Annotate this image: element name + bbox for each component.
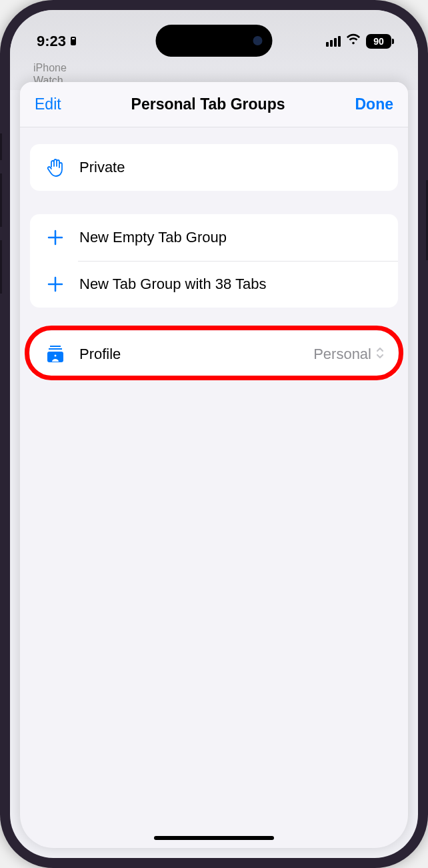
- edit-button[interactable]: Edit: [35, 95, 61, 113]
- home-indicator[interactable]: [154, 836, 274, 840]
- location-icon: [69, 36, 78, 47]
- battery-indicator: 90: [366, 34, 391, 49]
- profile-item[interactable]: Profile Personal: [30, 331, 398, 378]
- private-item[interactable]: Private: [30, 144, 398, 191]
- screen: iPhone Watch 9:23: [10, 10, 418, 858]
- new-tab-group-section: New Empty Tab Group New Tab Group with 3…: [30, 214, 398, 308]
- tab-groups-sheet: Edit Personal Tab Groups Done Private: [20, 82, 408, 848]
- sheet-header: Edit Personal Tab Groups Done: [20, 82, 408, 127]
- status-time: 9:23: [37, 33, 78, 50]
- new-empty-label: New Empty Tab Group: [79, 229, 385, 246]
- side-buttons: [0, 133, 2, 307]
- profile-label: Profile: [79, 346, 313, 363]
- private-label: Private: [79, 159, 385, 176]
- plus-icon: [43, 272, 67, 296]
- profile-section: Profile Personal: [30, 331, 398, 378]
- new-with-tabs-label: New Tab Group with 38 Tabs: [79, 276, 385, 293]
- profile-icon: [43, 342, 67, 366]
- front-camera: [253, 36, 263, 45]
- cellular-signal-icon: [326, 36, 341, 47]
- hand-icon: [43, 155, 67, 179]
- new-empty-tab-group-item[interactable]: New Empty Tab Group: [30, 214, 398, 261]
- sheet-title: Personal Tab Groups: [131, 95, 285, 113]
- dynamic-island: [156, 25, 273, 57]
- done-button[interactable]: Done: [355, 95, 393, 113]
- svg-rect-0: [71, 37, 76, 45]
- new-tab-group-with-tabs-item[interactable]: New Tab Group with 38 Tabs: [30, 261, 398, 308]
- phone-frame: iPhone Watch 9:23: [0, 0, 428, 868]
- svg-rect-1: [72, 38, 75, 39]
- profile-value: Personal: [313, 346, 371, 363]
- plus-icon: [43, 226, 67, 250]
- svg-point-9: [54, 354, 57, 358]
- private-group: Private: [30, 144, 398, 191]
- chevron-up-down-icon: [375, 346, 385, 362]
- wifi-icon: [346, 32, 361, 51]
